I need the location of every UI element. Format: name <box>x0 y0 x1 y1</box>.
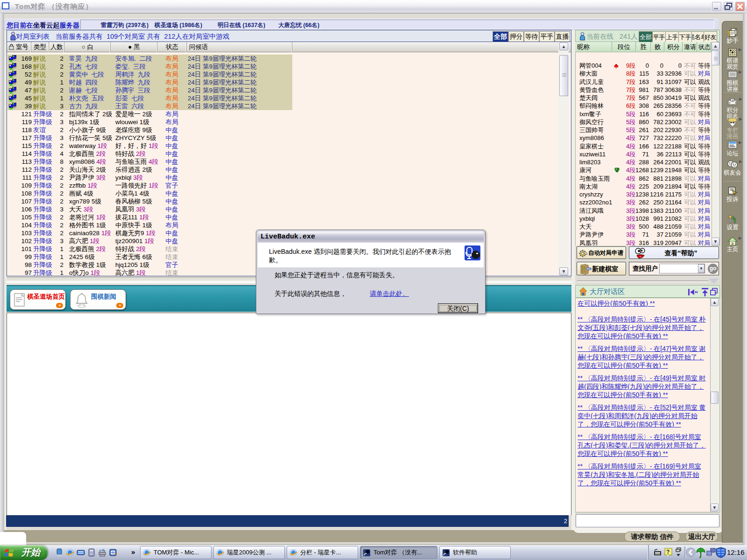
svg-text:?: ? <box>727 30 731 37</box>
svg-text:?: ? <box>666 549 669 555</box>
svg-text:3: 3 <box>735 101 736 104</box>
svg-text:1: 1 <box>732 99 733 102</box>
svg-text:z: z <box>729 101 731 104</box>
